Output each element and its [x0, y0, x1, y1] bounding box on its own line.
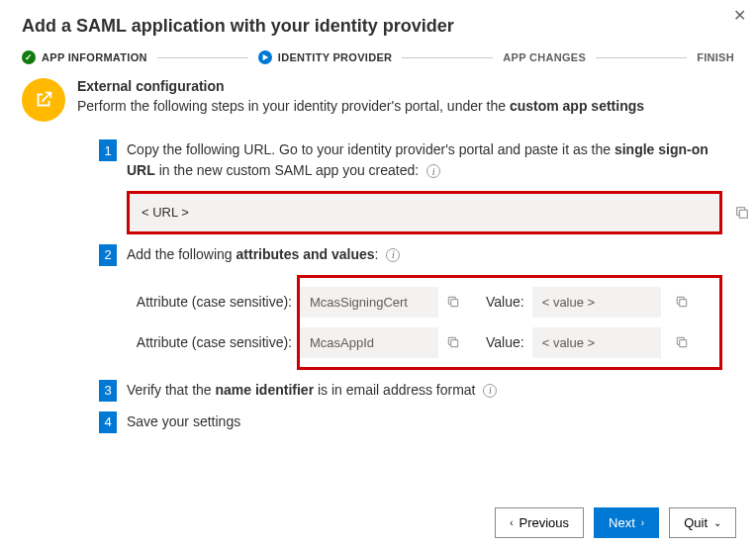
text: is in email address format: [314, 382, 475, 398]
url-field[interactable]: < URL >: [127, 191, 722, 234]
section-desc: Perform the following steps in your iden…: [77, 98, 722, 114]
text: Copy the following URL. Go to your ident…: [127, 141, 614, 157]
step-number: 1: [99, 139, 117, 161]
text: Add the following: [127, 246, 236, 262]
value-label: Value:: [486, 332, 524, 353]
step-number: 4: [99, 411, 117, 433]
svg-rect-2: [451, 300, 458, 307]
button-label: Previous: [520, 515, 570, 530]
section-title: External configuration: [77, 78, 722, 94]
svg-marker-0: [262, 54, 268, 60]
text: Save your settings: [127, 411, 722, 432]
text: in the new custom SAML app you created:: [155, 162, 419, 178]
attribute-name-field[interactable]: [300, 327, 438, 358]
svg-rect-5: [679, 340, 686, 347]
step-app-changes: APP CHANGES: [503, 51, 586, 63]
text: :: [375, 246, 379, 262]
svg-rect-4: [451, 340, 458, 347]
step-label: IDENTITY PROVIDER: [278, 51, 393, 63]
value-label: Value:: [486, 292, 524, 313]
page-title: Add a SAML application with your identit…: [0, 0, 756, 45]
step-number: 2: [99, 244, 117, 266]
attribute-label: Attribute (case sensitive):: [134, 332, 292, 353]
attributes-block: Attribute (case sensitive): Value: Attri…: [297, 275, 722, 370]
info-icon[interactable]: i: [426, 164, 440, 178]
step-app-info: ✓ APP INFORMATION: [22, 50, 147, 64]
attribute-value-field[interactable]: [532, 287, 661, 318]
copy-icon[interactable]: [446, 295, 460, 309]
info-icon[interactable]: i: [386, 248, 400, 262]
step-finish: FINISH: [697, 51, 734, 63]
attribute-name-field[interactable]: [300, 287, 438, 318]
copy-icon[interactable]: [734, 205, 750, 221]
text: Perform the following steps in your iden…: [77, 98, 510, 114]
copy-icon[interactable]: [675, 295, 689, 309]
text-bold: attributes and values: [236, 246, 375, 262]
step-label: FINISH: [697, 51, 734, 63]
copy-icon[interactable]: [446, 335, 460, 349]
divider: [596, 57, 687, 58]
text-bold: name identifier: [216, 382, 315, 398]
step-label: APP CHANGES: [503, 51, 586, 63]
chevron-down-icon: ⌄: [713, 517, 721, 528]
svg-rect-3: [679, 300, 686, 307]
previous-button[interactable]: ‹ Previous: [495, 507, 584, 538]
chevron-left-icon: ‹: [510, 517, 513, 528]
step-label: APP INFORMATION: [42, 51, 147, 63]
svg-rect-1: [739, 210, 747, 218]
attribute-value-field[interactable]: [532, 327, 661, 358]
button-label: Quit: [684, 515, 708, 530]
info-icon[interactable]: i: [483, 384, 497, 398]
copy-icon[interactable]: [675, 335, 689, 349]
button-label: Next: [609, 515, 635, 530]
divider: [157, 57, 248, 58]
text-bold: custom app settings: [510, 98, 644, 114]
step-identity-provider: IDENTITY PROVIDER: [258, 50, 393, 64]
check-icon: ✓: [22, 50, 36, 64]
stepper: ✓ APP INFORMATION IDENTITY PROVIDER APP …: [0, 45, 756, 74]
step-number: 3: [99, 380, 117, 402]
next-button[interactable]: Next ›: [594, 507, 659, 538]
close-icon[interactable]: ✕: [733, 6, 746, 25]
external-link-icon: [22, 78, 65, 122]
chevron-right-icon: ›: [641, 517, 644, 528]
attribute-label: Attribute (case sensitive):: [134, 292, 292, 313]
divider: [402, 57, 493, 58]
quit-button[interactable]: Quit ⌄: [669, 507, 736, 538]
text: Verify that the: [127, 382, 216, 398]
play-icon: [258, 50, 272, 64]
